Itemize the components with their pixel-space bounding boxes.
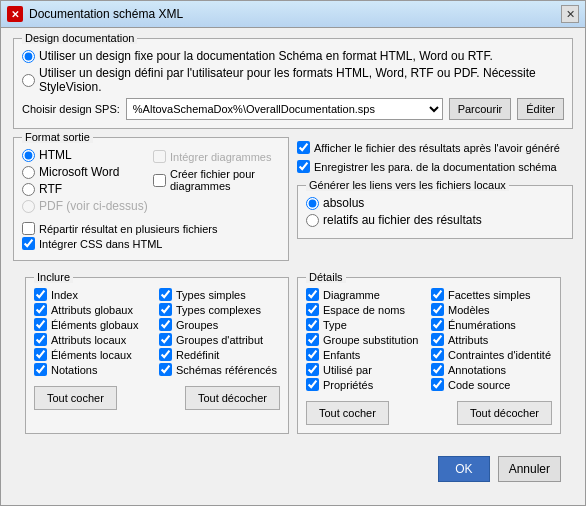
include-global-elems-checkbox[interactable] (34, 318, 47, 331)
details-identity-constraints-label: Contraintes d'identité (448, 349, 551, 361)
links-relative-radio[interactable] (306, 214, 319, 227)
diag-create-option: Créer fichier pour diagrammes (153, 168, 280, 192)
include-notations-label: Notations (51, 364, 97, 376)
details-diagram-label: Diagramme (323, 289, 380, 301)
details-source-code-label: Code source (448, 379, 510, 391)
details-all-button[interactable]: Tout cocher (306, 401, 389, 425)
fmt-html-option: HTML (22, 148, 149, 162)
design-fixed-option: Utiliser un design fixe pour la document… (22, 49, 564, 63)
details-used-by: Utilisé par (306, 363, 427, 376)
fmt-pdf-radio[interactable] (22, 200, 35, 213)
details-models-checkbox[interactable] (431, 303, 444, 316)
diag-integrate-option: Intégrer diagrammes (153, 150, 280, 163)
include-ref-schemas-label: Schémas référencés (176, 364, 277, 376)
include-global-attrs: Attributs globaux (34, 303, 155, 316)
design-user-radio[interactable] (22, 74, 35, 87)
details-used-by-checkbox[interactable] (306, 363, 319, 376)
browse-button[interactable]: Parcourir (449, 98, 512, 120)
cancel-button[interactable]: Annuler (498, 456, 561, 482)
include-redefine-checkbox[interactable] (159, 348, 172, 361)
css-integrate-option: Intégrer CSS dans HTML (22, 237, 280, 250)
close-button[interactable]: ✕ (561, 5, 579, 23)
include-none-button[interactable]: Tout décocher (185, 386, 280, 410)
fmt-word-radio[interactable] (22, 166, 35, 179)
include-index-checkbox[interactable] (34, 288, 47, 301)
details-source-code: Code source (431, 378, 552, 391)
fmt-rtf-label: RTF (39, 182, 62, 196)
details-enumerations-label: Énumérations (448, 319, 516, 331)
design-fixed-radio[interactable] (22, 50, 35, 63)
title-bar: ✕ Documentation schéma XML ✕ (1, 1, 585, 28)
details-properties: Propriétés (306, 378, 427, 391)
include-col2: Types simples Types complexes Groupes (159, 288, 280, 378)
include-local-elems-checkbox[interactable] (34, 348, 47, 361)
footer-actions: OK Annuler (13, 450, 573, 492)
diag-create-label: Créer fichier pour diagrammes (170, 168, 280, 192)
format-section: Format sortie HTML Microsoft Word (13, 137, 289, 261)
details-simple-facets-checkbox[interactable] (431, 288, 444, 301)
details-attributes-checkbox[interactable] (431, 333, 444, 346)
sps-select[interactable]: %AltovaSchemaDox%\OverallDocumentation.s… (126, 98, 443, 120)
include-ref-schemas-checkbox[interactable] (159, 363, 172, 376)
show-after-option: Afficher le fichier des résultats après … (297, 141, 573, 154)
design-fixed-label: Utiliser un design fixe pour la document… (39, 49, 493, 63)
save-params-checkbox[interactable] (297, 160, 310, 173)
details-attributes-label: Attributs (448, 334, 488, 346)
save-params-option: Enregistrer les para. de la documentatio… (297, 160, 573, 173)
edit-button[interactable]: Éditer (517, 98, 564, 120)
fmt-pdf-option: PDF (voir ci-dessus) (22, 199, 149, 213)
include-groups-checkbox[interactable] (159, 318, 172, 331)
fmt-html-radio[interactable] (22, 149, 35, 162)
fmt-html-label: HTML (39, 148, 72, 162)
include-global-attrs-checkbox[interactable] (34, 303, 47, 316)
include-simple-types-checkbox[interactable] (159, 288, 172, 301)
include-redefine-label: Redéfinit (176, 349, 219, 361)
links-radio-group: absolus relatifs au fichier des résultat… (306, 196, 564, 227)
diag-integrate-checkbox[interactable] (153, 150, 166, 163)
dialog-content: Design documentation Utiliser un design … (1, 28, 585, 502)
details-enumerations-checkbox[interactable] (431, 318, 444, 331)
include-section: Inclure Index Attributs globaux (25, 277, 289, 434)
details-section-label: Détails (306, 271, 346, 283)
details-none-button[interactable]: Tout décocher (457, 401, 552, 425)
include-groups: Groupes (159, 318, 280, 331)
include-ref-schemas: Schémas référencés (159, 363, 280, 376)
details-properties-checkbox[interactable] (306, 378, 319, 391)
details-attributes: Attributs (431, 333, 552, 346)
details-annotations-checkbox[interactable] (431, 363, 444, 376)
show-after-checkbox[interactable] (297, 141, 310, 154)
details-simple-facets-label: Facettes simples (448, 289, 531, 301)
details-identity-constraints-checkbox[interactable] (431, 348, 444, 361)
details-namespace: Espace de noms (306, 303, 427, 316)
design-sps-row: Choisir design SPS: %AltovaSchemaDox%\Ov… (22, 98, 564, 120)
include-all-button[interactable]: Tout cocher (34, 386, 117, 410)
links-relative-label: relatifs au fichier des résultats (323, 213, 482, 227)
details-children-checkbox[interactable] (306, 348, 319, 361)
include-attr-groups: Groupes d'attribut (159, 333, 280, 346)
css-integrate-checkbox[interactable] (22, 237, 35, 250)
save-params-label: Enregistrer les para. de la documentatio… (314, 161, 557, 173)
details-subst-group-checkbox[interactable] (306, 333, 319, 346)
ok-button[interactable]: OK (438, 456, 489, 482)
include-complex-types-checkbox[interactable] (159, 303, 172, 316)
diag-create-checkbox[interactable] (153, 174, 166, 187)
links-section-label: Générer les liens vers les fichiers loca… (306, 179, 509, 191)
details-subst-group: Groupe substitution (306, 333, 427, 346)
links-relative-option: relatifs au fichier des résultats (306, 213, 564, 227)
links-absolute-radio[interactable] (306, 197, 319, 210)
details-models: Modèles (431, 303, 552, 316)
details-namespace-checkbox[interactable] (306, 303, 319, 316)
sps-label: Choisir design SPS: (22, 103, 120, 115)
split-result-option: Répartir résultat en plusieurs fichiers (22, 222, 280, 235)
include-local-attrs-checkbox[interactable] (34, 333, 47, 346)
details-type-checkbox[interactable] (306, 318, 319, 331)
include-attr-groups-checkbox[interactable] (159, 333, 172, 346)
split-result-label: Répartir résultat en plusieurs fichiers (39, 223, 218, 235)
include-notations-checkbox[interactable] (34, 363, 47, 376)
details-source-code-checkbox[interactable] (431, 378, 444, 391)
details-subst-group-label: Groupe substitution (323, 334, 418, 346)
split-result-checkbox[interactable] (22, 222, 35, 235)
links-absolute-option: absolus (306, 196, 564, 210)
details-diagram-checkbox[interactable] (306, 288, 319, 301)
fmt-rtf-radio[interactable] (22, 183, 35, 196)
